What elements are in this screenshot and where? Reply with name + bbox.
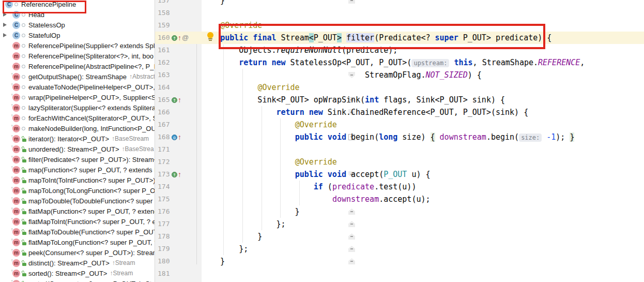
structure-item-method[interactable]: m↑makeNodeBuilder(long, IntFunction<P_OU <box>0 123 155 133</box>
override-marker-icon: ↑ <box>11 185 13 192</box>
expand-arrow-icon[interactable] <box>3 23 7 27</box>
fold-marker-icon[interactable] <box>348 246 355 252</box>
line-number[interactable]: 177 <box>158 218 178 230</box>
structure-item-method[interactable]: m↑mapToLong(ToLongFunction<? super P_O <box>0 185 155 196</box>
line-number[interactable]: 179 <box>158 243 178 255</box>
structure-item-method[interactable]: m↑wrap(PipelineHelper<P_OUT>, Supplier<S <box>0 92 155 102</box>
code-line[interactable]: 165↑↑ Sink<P_OUT> opWrapSink(int flags, … <box>155 94 644 106</box>
code-line[interactable]: 157 } <box>155 0 644 7</box>
structure-item-method[interactable]: m↑filter(Predicate<? super P_OUT>): Stre… <box>0 154 155 165</box>
line-number[interactable]: 167 <box>158 118 178 131</box>
fold-marker-icon[interactable] <box>348 233 355 240</box>
code-line[interactable]: 164 @Override <box>155 81 644 94</box>
fold-marker-icon[interactable] <box>348 221 355 227</box>
overrides-method-icon[interactable]: ↑ <box>172 172 177 177</box>
structure-item-method[interactable]: m↑forEachWithCancel(Spliterator<P_OUT>, … <box>0 113 155 123</box>
fold-marker-icon[interactable] <box>348 0 355 4</box>
structure-item-method[interactable]: m↑map(Function<? super P_OUT, ? extends … <box>0 165 155 175</box>
structure-item-class[interactable]: CStatefulOp <box>0 30 155 40</box>
code-line[interactable]: 158 <box>155 7 644 19</box>
structure-item-method[interactable]: m↑evaluateToNode(PipelineHelper<P_OUT>, <box>0 82 155 92</box>
code-line[interactable]: 174 if (predicate.test(u)) <box>155 181 644 193</box>
intention-lightbulb-icon[interactable] <box>207 32 214 41</box>
fold-marker-icon[interactable] <box>348 209 355 215</box>
code-line[interactable]: 171 <box>155 143 644 156</box>
code-line[interactable]: 176 } <box>155 205 644 218</box>
structure-item-method[interactable]: m↑flatMapToInt(Function<? super P_OUT, ?… <box>0 216 155 227</box>
line-number[interactable]: 180 <box>158 255 178 268</box>
line-number[interactable]: 176 <box>158 205 178 218</box>
override-marker-icon: ↑ <box>11 165 13 171</box>
code-token: } <box>202 257 225 266</box>
code-text: return new StatelessOp<P_OUT, P_OUT>(ups… <box>202 56 585 69</box>
structure-item-method[interactable]: m↑iterator(): Iterator<P_OUT>↑BaseStream <box>0 133 155 144</box>
code-line[interactable]: 175 downstream.accept(u); <box>155 193 644 205</box>
code-line[interactable]: 167 @Override <box>155 118 644 131</box>
structure-item-label: flatMapToDouble(Function<? super P_OUT <box>28 228 155 236</box>
structure-item-method[interactable]: mReferencePipeline(Supplier<? extends Sp… <box>0 40 155 51</box>
structure-item-method[interactable]: m↑distinct(): Stream<P_OUT>↑Stream <box>0 258 155 268</box>
line-number[interactable]: 159 <box>158 19 178 32</box>
gutter-icons: o↑ <box>172 131 181 143</box>
annotation-gutter-icon[interactable]: @ <box>182 34 189 41</box>
line-number[interactable]: 181 <box>158 268 178 280</box>
structure-item-method[interactable]: m↑flatMap(Function<? super P_OUT, ? exte… <box>0 206 155 216</box>
code-line[interactable]: 179 }; <box>155 243 644 255</box>
line-number[interactable]: 172 <box>158 156 178 168</box>
code-line[interactable]: 168o↑+ public void begin(long size) { do… <box>155 131 644 143</box>
overrides-method-icon[interactable]: ↑ <box>172 35 177 41</box>
structure-item-method[interactable]: m↑peek(Consumer<? super P_OUT>): Stream <box>0 247 155 258</box>
line-number[interactable]: 178 <box>158 230 178 243</box>
line-number[interactable]: 163 <box>158 69 178 81</box>
code-line[interactable]: 178 } <box>155 230 644 243</box>
line-number[interactable]: 158 <box>158 7 178 19</box>
method-icon: m↑ <box>12 270 20 277</box>
expand-arrow-icon[interactable] <box>3 33 7 37</box>
code-line[interactable]: 181 <box>155 268 644 280</box>
line-number[interactable]: 166 <box>158 106 178 118</box>
method-icon: m↑ <box>12 187 20 195</box>
method-icon: m↑ <box>12 228 20 236</box>
structure-item-method[interactable]: m↑sorted(): Stream<P_OUT>↑Stream <box>0 268 155 278</box>
structure-item-method[interactable]: mReferencePipeline(Spliterator<?>, int, … <box>0 51 155 61</box>
structure-item-class[interactable]: CStatelessOp <box>0 20 155 30</box>
structure-item-method[interactable]: m↑getOutputShape(): StreamShape↑Abstract <box>0 71 155 82</box>
fold-marker-icon[interactable] <box>348 258 355 264</box>
structure-item-method[interactable]: m↑lazySpliterator(Supplier<? extends Spl… <box>0 102 155 113</box>
structure-item-method[interactable]: m↑unordered(): Stream<P_OUT>↑BaseStrea <box>0 144 155 154</box>
up-arrow-icon[interactable]: ↑ <box>178 171 181 178</box>
up-arrow-icon[interactable]: ↑ <box>178 34 181 41</box>
structure-item-method[interactable]: m↑mapToInt(ToIntFunction<? super P_OUT>) <box>0 175 155 185</box>
structure-item-method[interactable]: m↑flatMapToDouble(Function<? super P_OUT <box>0 227 155 237</box>
structure-item-method[interactable]: m↑flatMapToLong(Function<? super P_OUT, … <box>0 237 155 247</box>
code-line[interactable]: 177 }; <box>155 218 644 230</box>
inherited-from-label: ↑BaseStrea <box>122 145 154 153</box>
code-token: NOT_SIZED <box>425 70 467 80</box>
implements-method-icon[interactable]: o <box>172 135 177 140</box>
lock-body <box>22 149 26 152</box>
code-text: @Override <box>202 118 337 131</box>
structure-item-method[interactable]: mReferencePipeline(AbstractPipeline<?, P… <box>0 61 155 71</box>
code-line[interactable]: 163 StreamOpFlag.NOT_SIZED) { <box>155 69 644 81</box>
code-token: this <box>454 58 472 67</box>
code-line[interactable]: 180 } <box>155 255 644 268</box>
overrides-method-icon[interactable]: ↑ <box>172 97 177 103</box>
structure-item-method[interactable]: m↑mapToDouble(ToDoubleFunction<? super <box>0 196 155 206</box>
up-arrow-icon[interactable]: ↑ <box>178 133 181 141</box>
line-number[interactable]: 161 <box>158 44 178 56</box>
structure-popup[interactable]: CReferencePipelineCHeadCStatelessOpCStat… <box>0 0 155 282</box>
line-number[interactable]: 164 <box>158 81 178 94</box>
code-line[interactable]: 173↑↑ public void accept(P_OUT u) { <box>155 168 644 181</box>
code-line[interactable]: 162 return new StatelessOp<P_OUT, P_OUT>… <box>155 56 644 69</box>
code-line[interactable]: 172 @Override <box>155 156 644 168</box>
up-arrow-icon[interactable]: ↑ <box>178 96 181 103</box>
code-token: @Override <box>295 120 337 129</box>
code-line[interactable]: 166 return new Sink.ChainedReference<P_O… <box>155 106 644 118</box>
line-number[interactable]: 171 <box>158 143 178 156</box>
line-number[interactable]: 175 <box>158 193 178 205</box>
code-token: , StreamShape. <box>473 58 538 67</box>
line-number[interactable]: 157 <box>158 0 178 7</box>
structure-item-method[interactable]: m↑sorted(Comparator<? super P_OUT>): Str <box>0 278 155 282</box>
line-number[interactable]: 162 <box>158 56 178 69</box>
line-number[interactable]: 174 <box>158 181 178 193</box>
